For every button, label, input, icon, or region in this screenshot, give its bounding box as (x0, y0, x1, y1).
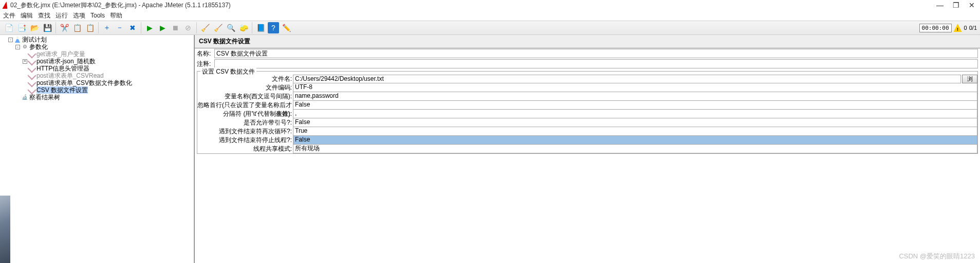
tree-item-label: post请求-json_随机数 (36, 58, 96, 65)
maximize-button[interactable]: ❐ (953, 1, 959, 9)
name-label: 名称: (197, 49, 214, 58)
config-row: 遇到文件结束符再次循环?:True (197, 127, 977, 136)
search-button[interactable]: 🔍 (225, 22, 236, 33)
test-plan-tree[interactable]: -测试计划-⚙参数化get请求_用户变量+post请求-json_随机数HTTP… (0, 35, 194, 263)
tree-item[interactable]: post请求表单_CSV数据文件参数化 (0, 79, 194, 86)
window-title: 02_参数化.jmx (E:\Jmeter脚本\02_参数化.jmx) - Ap… (10, 1, 936, 10)
titlebar: 02_参数化.jmx (E:\Jmeter脚本\02_参数化.jmx) - Ap… (0, 0, 980, 10)
clear-all-button[interactable]: 🧹 (212, 22, 224, 33)
ico-gear-icon: ⚙ (21, 43, 28, 50)
tree-item-label: HTTP信息头管理器 (36, 65, 89, 72)
config-panel: CSV 数据文件设置 名称: 注释: 设置 CSV 数据文件 文件名:C:/Us… (194, 35, 980, 263)
menu-file[interactable]: 文件 (3, 11, 15, 20)
browse-button[interactable]: 浏览... (962, 75, 977, 83)
twisty-icon[interactable]: + (23, 59, 27, 64)
config-label: 遇到文件结束符再次循环?: (197, 127, 293, 136)
tree-item[interactable]: CSV 数据文件设置 (0, 86, 194, 94)
config-value[interactable]: C:/Users/29442/Desktop/user.txt (293, 75, 961, 83)
help-button[interactable]: ? (268, 22, 279, 33)
menu-edit[interactable]: 编辑 (21, 11, 33, 20)
comment-label: 注释: (197, 60, 214, 68)
twisty-icon[interactable] (23, 74, 27, 78)
ico-pipette-icon (28, 86, 35, 94)
config-label: 线程共享模式: (197, 145, 293, 153)
menu-run[interactable]: 运行 (56, 11, 68, 20)
ico-flask-icon (14, 36, 21, 43)
desktop-strip (0, 196, 10, 263)
templates-button[interactable]: 📑 (16, 22, 27, 33)
save-button[interactable]: 💾 (42, 22, 53, 33)
menu-help[interactable]: 帮助 (110, 11, 122, 20)
panel-title: CSV 数据文件设置 (195, 35, 980, 48)
config-label: 是否允许带引号?: (197, 118, 293, 127)
shutdown-button[interactable]: ⊘ (182, 22, 194, 33)
config-label: 遇到文件结束符停止线程?: (197, 136, 293, 145)
expand-button[interactable]: ＋ (101, 22, 113, 33)
config-row: 线程共享模式:所有现场 (197, 145, 977, 153)
config-row: 是否允许带引号?:False (197, 118, 977, 127)
watermark: CSDN @爱笑的眼睛1223 (899, 252, 975, 261)
config-value[interactable]: False (293, 101, 977, 110)
menu-options[interactable]: 选项 (73, 11, 85, 20)
close-button[interactable]: ✕ (969, 1, 975, 9)
config-row: 文件名:C:/Users/29442/Desktop/user.txt浏览... (197, 75, 977, 83)
twisty-icon[interactable] (23, 52, 27, 57)
collapse-button[interactable]: － (114, 22, 125, 33)
tree-item-label: 测试计划 (22, 36, 47, 43)
twisty-icon[interactable] (23, 88, 27, 93)
tree-item[interactable]: -⚙参数化 (0, 43, 194, 50)
twisty-icon[interactable] (15, 95, 20, 100)
start-button[interactable]: ▶ (144, 22, 155, 33)
config-value[interactable]: True (293, 127, 977, 136)
config-value[interactable]: False (293, 136, 977, 145)
twisty-icon[interactable] (23, 66, 27, 71)
tree-item-label: post请求表单_CSVRead (36, 72, 104, 79)
config-row: 遇到文件结束符停止线程?:False (197, 136, 977, 145)
template-edit-button[interactable]: ✏️ (281, 22, 292, 33)
clear-button[interactable]: 🧹 (199, 22, 211, 33)
thread-count: 0/1 (969, 25, 977, 31)
warning-icon[interactable]: ! (954, 24, 962, 32)
tree-item-label: post请求表单_CSV数据文件参数化 (36, 79, 132, 86)
cut-button[interactable]: ✂️ (59, 22, 70, 33)
reset-search-button[interactable]: 🧽 (238, 22, 249, 33)
function-helper-button[interactable]: 📘 (255, 22, 266, 33)
tree-item-label: 参数化 (29, 43, 48, 50)
twisty-icon[interactable]: - (8, 38, 13, 42)
tree-item-label: CSV 数据文件设置 (36, 86, 88, 94)
new-button[interactable]: 📄 (3, 22, 14, 33)
tree-item[interactable]: post请求表单_CSVRead (0, 72, 194, 79)
warn-count: 0 (964, 25, 967, 31)
comment-input[interactable] (214, 59, 978, 68)
config-value[interactable]: name,password (293, 92, 977, 101)
tree-item[interactable]: 🔬察看结果树 (0, 94, 194, 101)
config-value[interactable]: 所有现场 (293, 145, 977, 153)
config-row: 变量名称(西文逗号间隔):name,password (197, 92, 977, 101)
minimize-button[interactable]: — (936, 1, 944, 9)
menu-search[interactable]: 查找 (38, 11, 50, 20)
start-no-pause-button[interactable]: ▶ (157, 22, 168, 33)
tree-item[interactable]: -测试计划 (0, 36, 194, 43)
copy-button[interactable]: 📋 (71, 22, 83, 33)
content-area: -测试计划-⚙参数化get请求_用户变量+post请求-json_随机数HTTP… (0, 35, 980, 263)
toggle-button[interactable]: ✖ (127, 22, 138, 33)
toolbar: 📄 📑 📂 💾 ✂️ 📋 📋 ＋ － ✖ ▶ ▶ ⏹ ⊘ 🧹 🧹 🔍 🧽 📘 ?… (0, 21, 980, 35)
menu-tools[interactable]: Tools (90, 12, 105, 19)
config-value[interactable]: , (293, 110, 977, 118)
twisty-icon[interactable]: - (15, 45, 20, 49)
name-input[interactable] (214, 49, 978, 58)
tree-item[interactable]: HTTP信息头管理器 (0, 65, 194, 72)
config-label: 变量名称(西文逗号间隔): (197, 92, 293, 101)
config-label: 忽略首行(只在设置了变量名称后才生效): (197, 101, 293, 110)
paste-button[interactable]: 📋 (84, 22, 96, 33)
open-button[interactable]: 📂 (29, 22, 40, 33)
tree-item[interactable]: +post请求-json_随机数 (0, 58, 194, 65)
config-value[interactable]: UTF-8 (293, 83, 977, 92)
config-row: 文件编码:UTF-8 (197, 83, 977, 92)
config-value[interactable]: False (293, 118, 977, 127)
app-icon (3, 2, 9, 9)
twisty-icon[interactable] (23, 81, 27, 85)
ico-scope-icon: 🔬 (21, 94, 28, 101)
tree-item[interactable]: get请求_用户变量 (0, 50, 194, 58)
stop-button[interactable]: ⏹ (170, 22, 181, 33)
